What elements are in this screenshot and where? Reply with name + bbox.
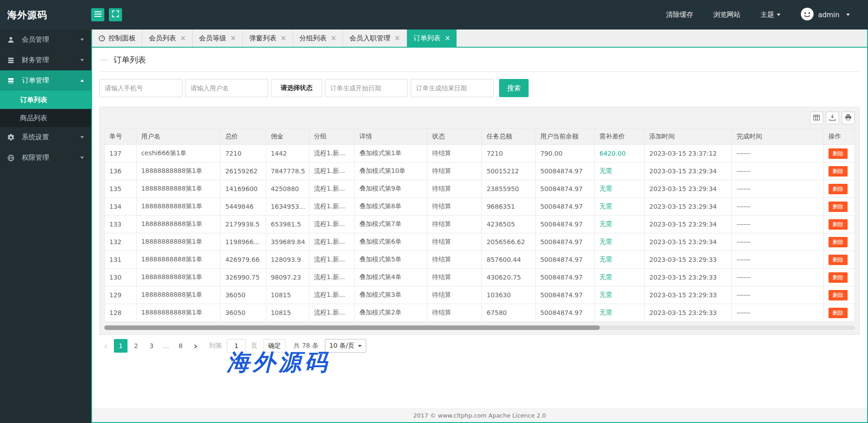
next-page-button[interactable]: › bbox=[189, 339, 202, 353]
page-button-1[interactable]: 1 bbox=[114, 339, 128, 353]
user-menu[interactable]: admin bbox=[800, 7, 850, 23]
topbar: 海外源码 清除缓存 浏览网站 主题 admin bbox=[0, 0, 868, 30]
sidebar-item-finance-management[interactable]: 财务管理 bbox=[0, 50, 91, 70]
end-date-input[interactable] bbox=[411, 79, 494, 97]
table-cell: 18888888888第1单 bbox=[137, 286, 221, 304]
print-icon bbox=[845, 114, 852, 123]
tab-close-icon[interactable]: × bbox=[394, 35, 400, 42]
settings-icon bbox=[7, 134, 18, 141]
per-page-select[interactable]: 10 条/页 bbox=[325, 339, 366, 353]
table-cell: 10815 bbox=[266, 286, 309, 304]
sidebar-item-member-management[interactable]: 会员管理 bbox=[0, 30, 91, 50]
start-date-input[interactable] bbox=[325, 79, 408, 97]
browse-site-link[interactable]: 浏览网站 bbox=[713, 10, 740, 19]
table-cell: 18888888888第1单 bbox=[137, 198, 221, 216]
delete-button[interactable]: 删除 bbox=[829, 202, 848, 212]
fullscreen-button[interactable] bbox=[109, 8, 122, 21]
table-cell: ------ bbox=[732, 216, 824, 233]
table-cell: 36050 bbox=[221, 304, 266, 322]
delete-button[interactable]: 删除 bbox=[829, 148, 848, 159]
tab-order-list[interactable]: 订单列表× bbox=[407, 30, 457, 47]
columns-icon bbox=[813, 114, 820, 123]
page-button-3[interactable]: 3 bbox=[145, 339, 158, 353]
avatar-icon bbox=[800, 7, 814, 23]
print-button[interactable] bbox=[842, 112, 855, 124]
page-button-8[interactable]: 8 bbox=[174, 339, 187, 353]
columns-button[interactable] bbox=[810, 112, 823, 124]
column-header: 用户名 bbox=[137, 128, 221, 145]
download-icon bbox=[829, 114, 836, 123]
theme-dropdown[interactable]: 主题 bbox=[760, 10, 780, 19]
table-cell: 1442 bbox=[266, 145, 309, 162]
user-icon bbox=[7, 36, 18, 44]
horizontal-scrollbar[interactable] bbox=[104, 325, 855, 330]
tab-popup-list[interactable]: 弹窗列表× bbox=[243, 30, 293, 47]
table-cell: 无需 bbox=[594, 180, 644, 198]
delete-button[interactable]: 删除 bbox=[829, 308, 848, 318]
tab-close-icon[interactable]: × bbox=[180, 35, 186, 42]
delete-button[interactable]: 删除 bbox=[829, 166, 848, 177]
tab-member-entry-management[interactable]: 会员入职管理× bbox=[343, 30, 407, 47]
table-cell: 50084874.97 bbox=[535, 251, 594, 269]
table-cell-action: 删除 bbox=[824, 269, 854, 286]
table-cell: 叠加模式第4单 bbox=[354, 269, 427, 286]
tab-close-icon[interactable]: × bbox=[331, 35, 337, 42]
chevron-down-icon bbox=[80, 157, 84, 159]
table-cell: 7210 bbox=[482, 145, 535, 162]
delete-button[interactable]: 删除 bbox=[829, 255, 848, 265]
table-row: 13318888888888第1单2179938.5653981.5流程1.新.… bbox=[105, 216, 855, 233]
tab-close-icon[interactable]: × bbox=[280, 35, 286, 42]
tab-dashboard[interactable]: 控制面板 bbox=[92, 30, 142, 47]
column-header: 单号 bbox=[105, 128, 137, 145]
table-cell: 待结算 bbox=[427, 145, 482, 162]
sidebar-item-permission-management[interactable]: 权限管理 bbox=[0, 148, 91, 168]
scrollbar-thumb[interactable] bbox=[104, 325, 600, 330]
footer: 2017 © www.cltphp.com Apache Licence 2.0 bbox=[92, 408, 867, 422]
search-button[interactable]: 搜索 bbox=[499, 79, 529, 97]
chevron-up-icon bbox=[80, 79, 84, 82]
table-cell: 无需 bbox=[594, 198, 644, 216]
phone-input[interactable] bbox=[99, 79, 182, 97]
table-cell: 无需 bbox=[594, 216, 644, 233]
table-cell: 50084874.97 bbox=[535, 162, 594, 180]
footer-text: 2017 © www.cltphp.com Apache Licence 2.0 bbox=[413, 412, 546, 419]
table-cell: 待结算 bbox=[427, 304, 482, 322]
table-cell: 129 bbox=[105, 286, 137, 304]
table-cell: 18888888888第1单 bbox=[137, 251, 221, 269]
delete-button[interactable]: 删除 bbox=[829, 272, 848, 283]
clear-cache-link[interactable]: 清除缓存 bbox=[666, 10, 693, 19]
tab-close-icon[interactable]: × bbox=[445, 35, 451, 42]
sidebar-subitem-order-list[interactable]: 订单列表 bbox=[0, 91, 91, 109]
username-input[interactable] bbox=[185, 79, 268, 97]
table-row: 13118888888888第1单426979.66128093.9流程1.新.… bbox=[105, 251, 855, 269]
tab-member-level[interactable]: 会员等级× bbox=[193, 30, 243, 47]
status-select-label: 请选择状态 bbox=[281, 84, 313, 92]
sidebar-item-system-settings[interactable]: 系统设置 bbox=[0, 127, 91, 148]
table-cell: ------ bbox=[732, 162, 824, 180]
sidebar-item-label: 财务管理 bbox=[22, 56, 49, 64]
page-ellipsis: ... bbox=[160, 342, 172, 349]
tab-group-list[interactable]: 分组列表× bbox=[293, 30, 343, 47]
tab-close-icon[interactable]: × bbox=[230, 35, 236, 42]
delete-button[interactable]: 删除 bbox=[829, 237, 848, 247]
export-button[interactable] bbox=[826, 112, 839, 124]
page-button-2[interactable]: 2 bbox=[129, 339, 143, 353]
table-cell: 7210 bbox=[221, 145, 266, 162]
table-cell: 叠加模式第1单 bbox=[354, 145, 427, 162]
sidebar-subitem-goods-list[interactable]: 商品列表 bbox=[0, 109, 91, 127]
delete-button[interactable]: 删除 bbox=[829, 219, 848, 230]
tab-label: 订单列表 bbox=[413, 34, 441, 43]
table-cell: 133 bbox=[105, 216, 137, 233]
table-cell: 叠加模式第10单 bbox=[354, 162, 427, 180]
table-cell: 7847778.5 bbox=[266, 162, 309, 180]
table-cell: ------ bbox=[732, 145, 824, 162]
delete-button[interactable]: 删除 bbox=[829, 290, 848, 300]
status-select[interactable]: 请选择状态 bbox=[271, 79, 322, 97]
sidebar-item-order-management[interactable]: 订单管理 bbox=[0, 70, 91, 91]
sidebar-toggle-button[interactable] bbox=[91, 8, 104, 21]
prev-page-button[interactable]: ‹ bbox=[99, 339, 112, 353]
table-cell: 50084874.97 bbox=[535, 233, 594, 251]
tab-member-list[interactable]: 会员列表× bbox=[142, 30, 193, 47]
table-cell: 1634953... bbox=[266, 198, 309, 216]
delete-button[interactable]: 删除 bbox=[829, 184, 848, 194]
